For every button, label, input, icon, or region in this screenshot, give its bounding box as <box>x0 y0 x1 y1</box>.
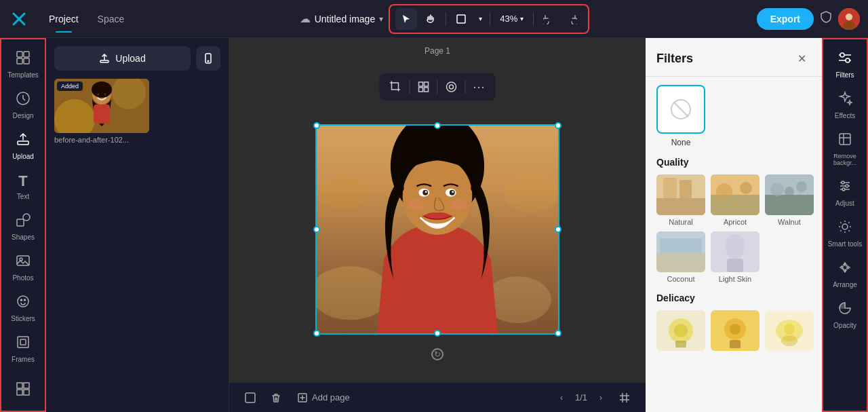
handle-ml[interactable] <box>313 226 320 233</box>
rotate-handle[interactable]: ↻ <box>431 348 443 360</box>
sidebar-item-frames[interactable]: Frames <box>1 329 45 369</box>
shapes-icon <box>16 212 31 231</box>
grid-icon <box>16 381 31 400</box>
adjust-label: Adjust <box>835 200 854 207</box>
filter-natural[interactable]: Natural <box>656 174 705 226</box>
right-sidebar-effects[interactable]: Effects <box>823 86 867 125</box>
right-sidebar-remove-bg[interactable]: Remove backgr... <box>823 126 867 172</box>
handle-mr[interactable] <box>555 226 561 233</box>
adjust-icon <box>837 179 852 197</box>
svg-rect-23 <box>24 390 29 395</box>
svg-rect-35 <box>419 82 423 86</box>
svg-point-104 <box>842 224 848 229</box>
frames-label: Frames <box>12 356 35 363</box>
nav-project[interactable]: Project <box>41 11 87 27</box>
app-logo[interactable] <box>8 8 30 30</box>
shield-icon[interactable] <box>819 10 833 27</box>
right-sidebar-filters[interactable]: Filters <box>823 45 867 84</box>
sidebar-item-templates[interactable]: Templates <box>1 45 45 84</box>
filter-none-label: None <box>656 138 705 147</box>
cloud-icon: ☁ <box>300 12 311 25</box>
add-page-btn[interactable]: Add page <box>292 390 355 406</box>
right-sidebar-opacity[interactable]: Opacity <box>823 295 867 335</box>
hand-tool-btn[interactable] <box>420 8 441 30</box>
remove-bg-icon <box>837 132 852 150</box>
sidebar-item-upload[interactable]: Upload <box>1 126 45 166</box>
right-icon-sidebar: Filters Effects Remove backgr... <box>822 38 868 412</box>
handle-bm[interactable] <box>434 330 441 337</box>
avatar[interactable] <box>838 8 860 30</box>
grid-overlay-btn[interactable] <box>413 76 435 98</box>
filter-lightskin[interactable]: Light Skin <box>711 231 760 283</box>
svg-rect-61 <box>656 198 705 215</box>
svg-point-67 <box>740 182 752 194</box>
handle-br[interactable] <box>555 330 561 337</box>
mask-btn[interactable] <box>441 76 462 98</box>
delete-btn[interactable] <box>266 388 286 408</box>
svg-point-34 <box>104 94 106 96</box>
page-next-btn[interactable]: › <box>593 390 609 406</box>
filter-natural-thumb <box>656 174 705 215</box>
filter-coconut[interactable]: Coconut <box>656 231 705 283</box>
filter-delicacy1[interactable] <box>656 310 705 351</box>
sidebar-item-design[interactable]: Design <box>1 86 45 125</box>
document-title-area[interactable]: ☁ Untitled image ▾ <box>300 12 384 25</box>
sidebar-item-grid[interactable] <box>1 376 45 405</box>
svg-point-17 <box>24 299 26 301</box>
right-sidebar-arrange[interactable]: Arrange <box>823 255 867 294</box>
canvas-image[interactable]: ↻ <box>315 124 559 335</box>
mobile-preview-btn[interactable] <box>196 46 220 71</box>
crop-btn[interactable] <box>385 76 407 98</box>
handle-tl[interactable] <box>313 122 320 129</box>
handle-tm[interactable] <box>434 122 441 129</box>
canvas-area: Page 1 <box>229 38 646 412</box>
arrange-label: Arrange <box>833 281 857 288</box>
sidebar-item-photos[interactable]: Photos <box>1 248 45 287</box>
filter-delicacy2[interactable] <box>711 310 760 351</box>
svg-line-59 <box>673 102 688 117</box>
undo-btn[interactable] <box>538 8 559 30</box>
redo-btn[interactable] <box>561 8 583 30</box>
right-sidebar-adjust[interactable]: Adjust <box>823 173 867 212</box>
frames-icon <box>16 335 31 353</box>
sidebar-item-text[interactable]: T Text <box>1 167 45 206</box>
filter-none-item[interactable] <box>656 85 705 134</box>
svg-point-53 <box>452 191 454 193</box>
zoom-control[interactable]: 43% ▾ <box>494 12 529 25</box>
toolbar-divider-3 <box>533 12 534 26</box>
more-options-btn[interactable]: ··· <box>469 76 490 98</box>
sidebar-item-stickers[interactable]: Stickers <box>1 288 45 328</box>
stickers-icon <box>16 294 31 312</box>
svg-rect-8 <box>17 58 22 64</box>
page-prev-btn[interactable]: ‹ <box>553 390 570 406</box>
handle-bl[interactable] <box>313 330 320 337</box>
svg-point-31 <box>92 81 112 98</box>
svg-rect-9 <box>24 58 29 64</box>
added-badge: Added <box>57 81 83 91</box>
svg-rect-2 <box>457 15 465 23</box>
canvas-settings-btn[interactable] <box>240 388 260 408</box>
photos-label: Photos <box>12 274 33 282</box>
handle-tr[interactable] <box>555 122 561 129</box>
frame-btn[interactable] <box>450 8 472 30</box>
upload-panel: Upload <box>46 38 229 412</box>
svg-point-12 <box>23 214 30 221</box>
title-chevron-icon: ▾ <box>379 14 383 24</box>
filter-delicacy3[interactable] <box>765 310 814 351</box>
smart-tools-label: Smart tools <box>828 240 863 248</box>
nav-space[interactable]: Space <box>90 11 133 27</box>
right-sidebar-smart-tools[interactable]: Smart tools <box>823 214 867 253</box>
filter-lightskin-thumb <box>711 231 760 272</box>
filter-walnut[interactable]: Walnut <box>765 174 814 226</box>
upload-icon <box>16 132 31 150</box>
export-button[interactable]: Export <box>757 8 814 30</box>
frame-chevron-btn[interactable]: ▾ <box>475 8 486 30</box>
filters-icon <box>837 50 852 69</box>
page-grid-btn[interactable] <box>614 388 635 408</box>
upload-button[interactable]: Upload <box>54 46 191 71</box>
filters-close-btn[interactable]: ✕ <box>792 49 811 68</box>
upload-item[interactable]: Added before-and-after-102... <box>54 79 220 144</box>
select-tool-btn[interactable] <box>395 8 417 30</box>
sidebar-item-shapes[interactable]: Shapes <box>1 207 45 246</box>
filter-apricot[interactable]: Apricot <box>711 174 760 226</box>
